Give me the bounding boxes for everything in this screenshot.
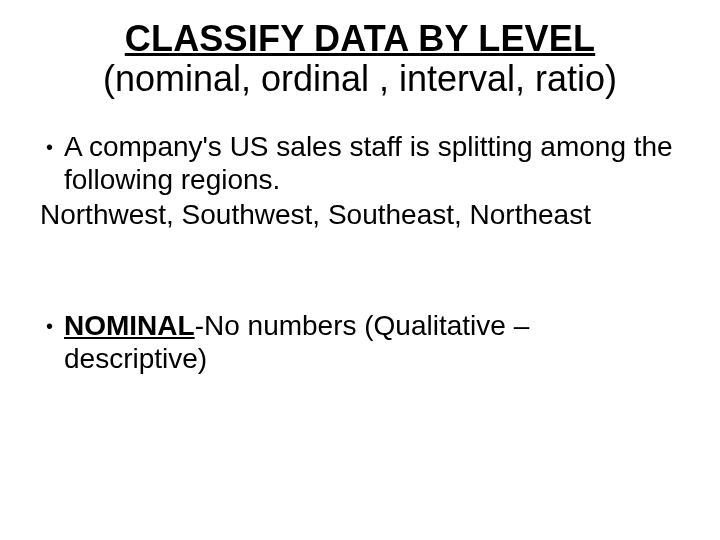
slide: CLASSIFY DATA BY LEVEL (nominal, ordinal…: [0, 0, 720, 540]
slide-title: CLASSIFY DATA BY LEVEL: [40, 18, 680, 60]
title-block: CLASSIFY DATA BY LEVEL (nominal, ordinal…: [40, 18, 680, 100]
bullet-icon: •: [46, 309, 64, 343]
regions-line: Northwest, Southwest, Southeast, Northea…: [40, 198, 680, 231]
blank-space: [40, 231, 680, 309]
slide-subtitle: (nominal, ordinal , interval, ratio): [40, 58, 680, 100]
list-item: • NOMINAL-No numbers (Qualitative – desc…: [46, 309, 680, 375]
list-item: • A company's US sales staff is splittin…: [46, 130, 680, 196]
answer-label: NOMINAL: [64, 310, 195, 341]
bullet-icon: •: [46, 130, 64, 164]
bullet-text: NOMINAL-No numbers (Qualitative – descri…: [64, 309, 680, 375]
body-text: • A company's US sales staff is splittin…: [40, 130, 680, 375]
bullet-text: A company's US sales staff is splitting …: [64, 130, 680, 196]
